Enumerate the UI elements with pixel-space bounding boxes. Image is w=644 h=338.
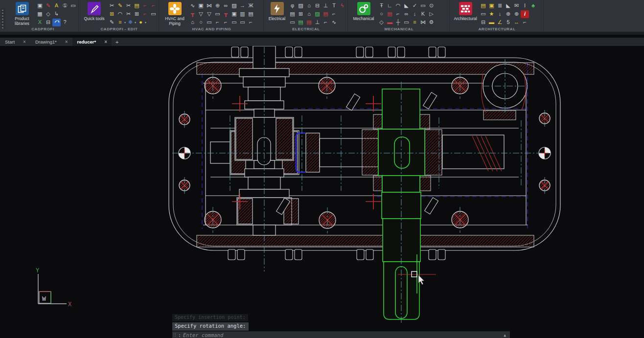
elbow-b-icon[interactable]: ⌐ [222, 19, 230, 26]
scheme-box-icon[interactable]: ▣ [197, 2, 205, 10]
axis-number-icon[interactable]: 5 [504, 19, 512, 26]
dimension-box-icon[interactable]: ▭ [479, 10, 487, 18]
sanitary-icon[interactable]: ⌂ [188, 19, 197, 26]
curve-icon[interactable]: ◠ [394, 2, 402, 10]
k-factor-icon[interactable]: K [419, 10, 427, 18]
envelope-icon[interactable]: ✉ [512, 2, 521, 10]
render-material-icon[interactable]: ● [137, 19, 145, 26]
help-icon[interactable]: ? [61, 19, 69, 26]
freeze-layers-dropdown[interactable]: ▾ [135, 21, 136, 24]
tee-red-icon[interactable]: ┳ [188, 10, 197, 18]
flat-duct-icon[interactable]: ▭ [205, 19, 213, 26]
pipe-elbow-b-icon[interactable]: ⌐ [149, 2, 158, 10]
pole-switch-icon[interactable]: φ [288, 2, 297, 10]
checkmark-icon[interactable]: ✓ [411, 2, 419, 10]
funnel-a-icon[interactable]: ▽ [197, 10, 205, 18]
i-beam-icon[interactable]: I [521, 2, 529, 10]
edit-fitting-icon[interactable]: ⊞ [108, 10, 116, 18]
elbow-c-icon[interactable]: ⌐ [247, 19, 255, 26]
tab-close-icon[interactable]: × [22, 39, 27, 45]
level-mark-icon[interactable]: ↓ [496, 10, 504, 18]
down-symbol-icon[interactable]: ↓ [411, 10, 419, 18]
funnel-b-icon[interactable]: ▽ [205, 10, 213, 18]
taper-icon[interactable]: ▷ [427, 10, 436, 18]
manifold-icon[interactable]: Ж [247, 2, 255, 10]
wedge-icon[interactable]: ◣ [402, 2, 411, 10]
tray-red-icon[interactable]: ▤ [305, 19, 313, 26]
info-icon[interactable]: i [521, 10, 529, 18]
panel-icon[interactable]: ▤ [288, 10, 297, 18]
equipment-icon[interactable]: ▨ [230, 2, 238, 10]
damper-icon[interactable]: ⊕ [213, 2, 222, 10]
layers-yellow-icon[interactable]: ≡ [411, 19, 419, 26]
window-yellow-icon[interactable]: ▣ [487, 2, 496, 10]
break-line-icon[interactable]: ┼ [394, 19, 402, 26]
step-arrow-icon[interactable]: ↳ [52, 10, 61, 18]
flow-arrow-icon[interactable]: → [238, 2, 247, 10]
elbow-a-icon[interactable]: ⌐ [213, 19, 222, 26]
cable-tray-icon[interactable]: ⌐ [330, 10, 338, 18]
arc-segment-icon[interactable]: ◠ [52, 19, 61, 26]
tab-reducer[interactable]: reducer*× [72, 38, 112, 46]
quick-tools-button[interactable]: Quick tools [81, 1, 108, 26]
grounding-icon[interactable]: ⊥ [322, 2, 330, 10]
alphabet-text-icon[interactable]: A [52, 2, 61, 10]
sketch-line-icon[interactable]: ✎ [108, 19, 116, 26]
hvac-button[interactable]: HVAC and Piping [161, 1, 188, 26]
stairs-green-icon[interactable]: ▨ [313, 10, 322, 18]
number-one-icon[interactable]: ① [61, 2, 69, 10]
arc-fitting-icon[interactable]: ◠ [116, 10, 124, 18]
wand-yellow-icon[interactable]: ★ [487, 10, 496, 18]
dashed-frame-icon[interactable]: ▭ [402, 19, 411, 26]
socket-icon[interactable]: ⊟ [313, 2, 322, 10]
edit-attributes-icon[interactable]: ✎ [44, 2, 52, 10]
command-expand-button[interactable]: ▲ [500, 333, 510, 338]
duct-box-icon[interactable]: ▭ [238, 19, 247, 26]
tee-insulated-icon[interactable]: ┳ [222, 10, 230, 18]
gear-icon[interactable]: ⚙ [427, 19, 436, 26]
target-a-icon[interactable]: ⊕ [504, 10, 512, 18]
angle-steel-icon[interactable]: ∟ [386, 2, 394, 10]
magnifier-icon[interactable]: ⊙ [427, 2, 436, 10]
rhombus-icon[interactable]: ◇ [377, 19, 386, 26]
tray-green-icon[interactable]: ▤ [297, 19, 305, 26]
pump-pair-icon[interactable]: ∞ [222, 2, 230, 10]
tab-drawing1[interactable]: Drawing1*× [30, 38, 72, 46]
tab-start[interactable]: Start× [0, 38, 30, 46]
dim-yellow-icon[interactable]: ↔ [512, 19, 521, 26]
specification-icon[interactable]: ▦ [36, 10, 44, 18]
red-block-icon[interactable]: ▬ [386, 19, 394, 26]
slope-yellow-icon[interactable]: ∠ [496, 19, 504, 26]
pipe-riser-icon[interactable]: ∿ [188, 2, 197, 10]
furniture-icon[interactable]: ▭ [230, 19, 238, 26]
command-bar-grip[interactable] [173, 333, 176, 338]
layout-plan-icon[interactable]: ⊟ [479, 19, 487, 26]
flat-tray-icon[interactable]: ▭ [288, 19, 297, 26]
tray-elbow-icon[interactable]: ⌐ [322, 19, 330, 26]
quick-edit-icon[interactable]: ✎ [116, 2, 124, 10]
surface-finish-icon[interactable]: ⌐ [394, 10, 402, 18]
excel-export-icon[interactable]: X [36, 19, 44, 26]
pipe-elbow-a-icon[interactable]: ⌐ [141, 2, 149, 10]
drawing-canvas[interactable]: Y X W [0, 46, 644, 338]
duct-section-icon[interactable]: ▤ [247, 10, 255, 18]
architectural-button[interactable]: Architectural [452, 1, 479, 26]
stairs-icon[interactable]: ≣ [496, 2, 504, 10]
pipe-end-icon[interactable]: ▭ [213, 10, 222, 18]
copy-drawing-icon[interactable]: ▣ [36, 2, 44, 10]
command-symbol-icon[interactable]: ◇ [44, 10, 52, 18]
panel-grip[interactable] [0, 0, 6, 32]
tree-icon[interactable]: ♣ [529, 2, 537, 10]
command-input[interactable]: Enter command [183, 332, 500, 338]
frame-icon[interactable]: ▭ [419, 2, 427, 10]
section-yellow-icon[interactable]: ▬ [487, 19, 496, 26]
switch-red-icon[interactable]: ▤ [322, 10, 330, 18]
join-box-icon[interactable]: ⊞ [133, 10, 141, 18]
junction-icon[interactable]: ⊥ [313, 19, 322, 26]
target-b-icon[interactable]: ⊕ [512, 10, 521, 18]
attach-tool-icon[interactable]: ✂ [124, 2, 133, 10]
ceiling-lamp-icon[interactable]: ⌂ [305, 10, 313, 18]
window-grid-icon[interactable]: ⊞ [297, 10, 305, 18]
red-marker-icon[interactable]: ▤ [386, 10, 394, 18]
electrical-button[interactable]: Electrical [266, 1, 288, 26]
